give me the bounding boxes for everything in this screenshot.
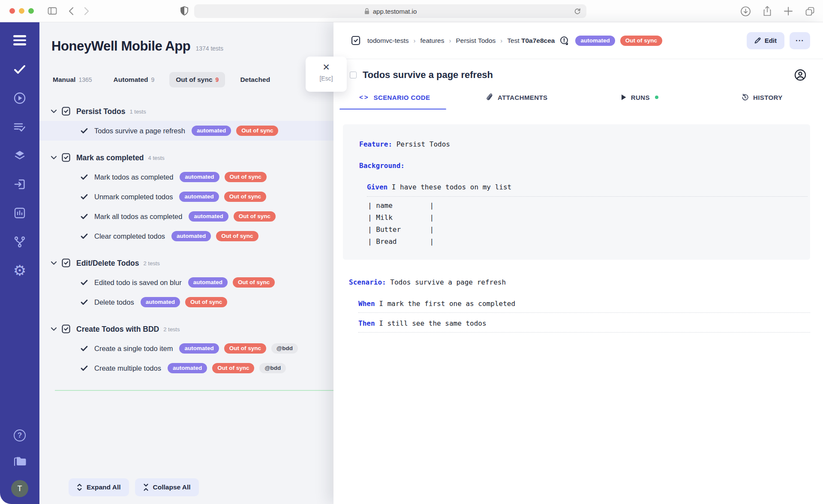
chevron-down-icon[interactable]	[51, 156, 57, 160]
new-tab-icon[interactable]	[784, 6, 793, 16]
automated-badge: automated	[168, 363, 207, 373]
user-avatar[interactable]: T	[11, 480, 28, 497]
test-name[interactable]: Delete todos	[94, 298, 134, 306]
breadcrumb-item[interactable]: features	[420, 37, 444, 45]
test-row[interactable]: Create a single todo item automatedOut o…	[39, 339, 333, 358]
sidebar-item-tests[interactable]	[13, 63, 27, 76]
sidebar-item-settings[interactable]: ⚙	[13, 264, 27, 277]
test-row[interactable]: Todos survive a page refresh automatedOu…	[39, 121, 333, 141]
filter-tab-label: Automated	[114, 76, 148, 84]
test-row[interactable]: Delete todos automatedOut of sync	[39, 292, 333, 312]
code-icon: <>	[359, 93, 369, 101]
expand-all-label: Expand All	[87, 483, 121, 491]
test-name[interactable]: Clear completed todos	[94, 232, 165, 240]
sidebar-item-test-plans[interactable]	[13, 120, 27, 134]
test-row[interactable]: Clear completed todos automatedOut of sy…	[39, 226, 333, 246]
automated-badge: automated	[179, 343, 219, 354]
test-name[interactable]: Mark todos as completed	[94, 173, 173, 181]
suite-name[interactable]: Mark as completed	[76, 153, 144, 162]
share-icon[interactable]	[763, 6, 772, 17]
gherkin-keyword: Feature:	[359, 140, 392, 148]
out-of-sync-badge: Out of sync	[216, 231, 258, 241]
test-row[interactable]: Edited todo is saved on blur automatedOu…	[39, 273, 333, 292]
suite-group: Mark as completed 4 tests Mark todos as …	[39, 151, 333, 246]
gherkin-line: Scenario: Todos survive a page refresh	[349, 278, 810, 287]
more-actions-button[interactable]: ···	[790, 32, 810, 49]
filter-tab[interactable]: Automated 9	[107, 72, 161, 87]
out-of-sync-badge: Out of sync	[224, 343, 266, 354]
edit-button[interactable]: Edit	[747, 32, 784, 49]
suite-tests: Mark todos as completed automatedOut of …	[39, 167, 333, 246]
sidebar-item-import[interactable]	[13, 177, 27, 191]
title-checkbox[interactable]	[350, 72, 357, 78]
test-row[interactable]: Unmark completed todos automatedOut of s…	[39, 187, 333, 207]
suite-row[interactable]: Edit/Delete Todos 2 tests	[39, 256, 333, 270]
test-row[interactable]: Create multiple todos automatedOut of sy…	[39, 358, 333, 378]
suite-name[interactable]: Create Todos with BDD	[76, 325, 159, 334]
sidebar-item-branches[interactable]	[13, 235, 27, 249]
breadcrumb-item[interactable]: Persist Todos	[456, 37, 496, 45]
chevron-down-icon[interactable]	[51, 327, 57, 331]
suite-name[interactable]: Persist Todos	[76, 107, 125, 116]
test-name[interactable]: Create a single todo item	[94, 345, 173, 353]
zoom-window-button[interactable]	[28, 8, 34, 14]
test-name[interactable]: Unmark completed todos	[94, 193, 173, 201]
close-window-button[interactable]	[9, 8, 15, 14]
detail-tab[interactable]: ATTACHMENTS	[456, 93, 579, 110]
collapse-all-label: Collapse All	[153, 483, 191, 491]
gherkin-text: Persist Todos	[392, 140, 450, 148]
gherkin-keyword: When	[358, 300, 375, 308]
filter-tab[interactable]: Detached	[234, 72, 276, 87]
tag-badge: @bdd	[259, 363, 286, 373]
detail-tab[interactable]: HISTORY	[701, 93, 823, 110]
suite-count: 2 tests	[144, 260, 160, 267]
suite-row[interactable]: Mark as completed 4 tests	[39, 151, 333, 165]
test-badges: automatedOut of sync@bdd	[168, 363, 286, 373]
gherkin-keyword: Background:	[359, 162, 405, 170]
assignee-icon[interactable]	[794, 69, 807, 81]
minimize-window-button[interactable]	[19, 8, 24, 14]
out-of-sync-badge: Out of sync	[620, 36, 662, 46]
test-row[interactable]: Mark all todos as completed automatedOut…	[39, 207, 333, 226]
test-name[interactable]: Create multiple todos	[94, 364, 161, 372]
suite-group: Edit/Delete Todos 2 tests Edited todo is…	[39, 256, 333, 312]
breadcrumb-item[interactable]: todomvc-tests	[367, 37, 408, 45]
test-row[interactable]: Mark todos as completed automatedOut of …	[39, 167, 333, 187]
project-title: HoneyWell Mobile App	[51, 39, 190, 54]
url-bar[interactable]: app.testomat.io	[194, 4, 586, 18]
back-button[interactable]	[68, 7, 74, 15]
test-badges: automatedOut of sync	[179, 192, 266, 202]
suite-row[interactable]: Persist Todos 1 tests	[39, 105, 333, 118]
filter-tab[interactable]: Manual 1365	[46, 72, 99, 87]
collapse-all-button[interactable]: Collapse All	[135, 478, 199, 496]
forward-button[interactable]	[84, 7, 90, 15]
test-name[interactable]: Edited todo is saved on blur	[94, 279, 182, 287]
expand-all-button[interactable]: Expand All	[69, 478, 129, 496]
detail-tab[interactable]: <> SCENARIO CODE	[333, 93, 456, 110]
refresh-icon[interactable]	[574, 7, 581, 15]
out-of-sync-badge: Out of sync	[233, 277, 275, 288]
close-icon[interactable]: ✕	[322, 63, 330, 72]
help-button[interactable]: ?	[13, 429, 27, 442]
test-name[interactable]: Mark all todos as completed	[94, 213, 182, 221]
suite-name[interactable]: Edit/Delete Todos	[76, 259, 139, 268]
chevron-down-icon[interactable]	[51, 261, 57, 265]
sidebar-toggle-icon[interactable]	[48, 7, 57, 15]
chevron-down-icon[interactable]	[51, 109, 57, 114]
gherkin-keyword: Given	[367, 183, 387, 191]
sidebar-item-runs[interactable]	[13, 91, 27, 105]
play-icon	[621, 94, 627, 101]
test-name[interactable]: Todos survive a page refresh	[94, 127, 185, 135]
history-icon	[741, 93, 749, 101]
detail-tab[interactable]: RUNS	[578, 93, 701, 110]
downloads-icon[interactable]	[740, 6, 751, 17]
projects-button[interactable]	[13, 454, 27, 468]
menu-button[interactable]	[13, 35, 26, 45]
filter-tab[interactable]: Out of sync 9	[169, 72, 225, 87]
suite-row[interactable]: Create Todos with BDD 2 tests	[39, 322, 333, 336]
sidebar-item-suites[interactable]	[13, 149, 27, 162]
tab-overview-icon[interactable]	[805, 6, 815, 17]
privacy-shield-icon[interactable]	[180, 6, 189, 17]
gherkin-line: | Milk |	[368, 212, 808, 223]
sidebar-item-analytics[interactable]	[13, 206, 27, 220]
